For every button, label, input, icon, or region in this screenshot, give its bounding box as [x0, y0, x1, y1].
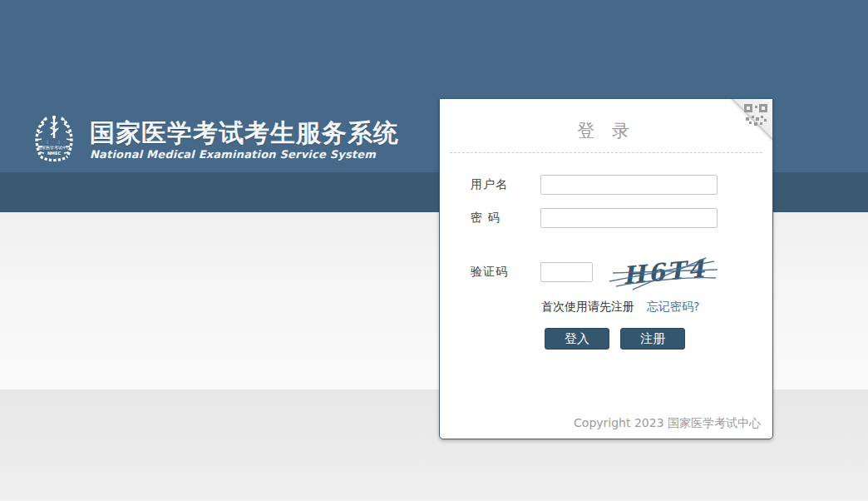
password-row: 密 码: [471, 208, 718, 228]
password-label: 密 码: [471, 211, 514, 226]
password-input[interactable]: [540, 208, 718, 228]
captcha-input[interactable]: [540, 262, 593, 282]
buttons-row: 登入 注册: [545, 328, 685, 350]
login-button[interactable]: 登入: [545, 328, 609, 350]
username-input[interactable]: [540, 175, 718, 195]
emblem-center-text: 国家医学考试中心: [37, 145, 71, 151]
system-title: 国家医学考试考生服务系统: [90, 119, 399, 147]
nmec-emblem-icon: · ¦ · ¦ · 国家医学考试中心 NMEC: [30, 113, 78, 166]
login-title: 登 录: [440, 119, 772, 142]
title-divider: [450, 152, 762, 153]
login-panel: 登 录 用户名 密 码 验证码 H6T4 首次使用请先注册 忘记密码? 登入 注: [439, 98, 773, 439]
captcha-label: 验证码: [471, 265, 514, 280]
brand-header: · ¦ · ¦ · 国家医学考试中心 NMEC 国家医学考试考生服务系统 Nat…: [30, 113, 399, 166]
forgot-password-link[interactable]: 忘记密码?: [647, 300, 699, 315]
copyright-text: Copyright 2023 国家医学考试中心: [574, 416, 761, 431]
helper-links-row: 首次使用请先注册 忘记密码?: [541, 300, 699, 315]
captcha-image[interactable]: H6T4: [608, 253, 720, 291]
username-row: 用户名: [471, 175, 718, 195]
svg-text:· ¦ · ¦ ·: · ¦ · ¦ ·: [41, 140, 67, 144]
register-button[interactable]: 注册: [620, 328, 685, 350]
register-hint: 首次使用请先注册: [541, 300, 634, 315]
captcha-row: 验证码 H6T4: [471, 253, 720, 291]
emblem-abbr-text: NMEC: [47, 151, 62, 156]
username-label: 用户名: [471, 177, 514, 192]
system-subtitle: National Medical Examination Service Sys…: [90, 148, 399, 161]
